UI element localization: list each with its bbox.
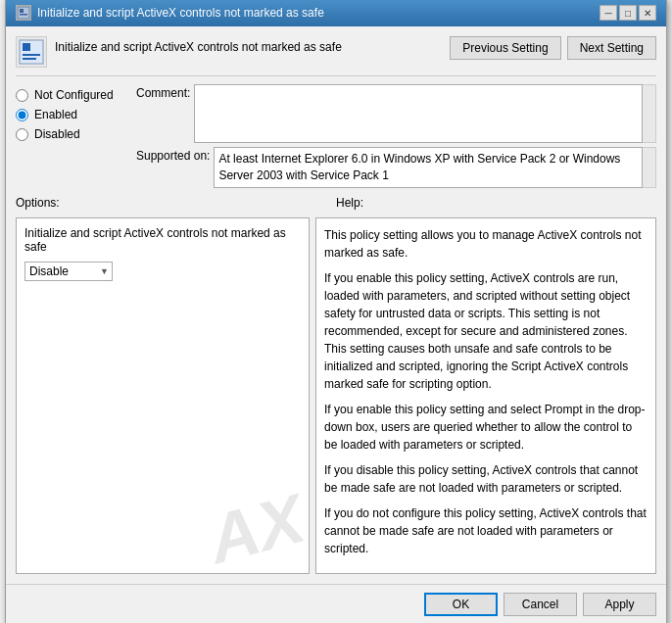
comment-input-container bbox=[194, 84, 656, 143]
radio-enabled[interactable]: Enabled bbox=[16, 108, 128, 121]
dialog-body: Initialize and script ActiveX controls n… bbox=[6, 26, 666, 584]
radio-not-configured-label: Not Configured bbox=[34, 88, 114, 102]
help-para-5: If you do not configure this policy sett… bbox=[324, 504, 648, 557]
config-row: Not Configured Enabled Disabled Comment: bbox=[16, 84, 656, 188]
title-bar-left: Initialize and script ActiveX controls n… bbox=[16, 5, 324, 21]
radio-enabled-label: Enabled bbox=[34, 108, 77, 121]
supported-on-label: Supported on: bbox=[136, 147, 210, 163]
options-label: Options: bbox=[16, 196, 336, 210]
help-para-3: If you enable this policy setting and se… bbox=[324, 401, 648, 454]
title-text: Initialize and script ActiveX controls n… bbox=[37, 6, 324, 20]
comment-label: Comment: bbox=[136, 84, 190, 100]
main-panels: Initialize and script ActiveX controls n… bbox=[16, 217, 656, 574]
minimize-button[interactable]: ─ bbox=[600, 5, 617, 21]
header-title-area: Initialize and script ActiveX controls n… bbox=[16, 36, 450, 68]
svg-rect-5 bbox=[23, 54, 40, 56]
header-buttons: Previous Setting Next Setting bbox=[450, 36, 656, 60]
ok-button[interactable]: OK bbox=[424, 593, 498, 616]
supported-on-value: At least Internet Explorer 6.0 in Window… bbox=[214, 147, 643, 188]
radio-disabled[interactable]: Disabled bbox=[16, 127, 128, 141]
svg-rect-2 bbox=[20, 14, 27, 16]
title-bar: Initialize and script ActiveX controls n… bbox=[6, 0, 666, 26]
cancel-button[interactable]: Cancel bbox=[504, 593, 577, 616]
watermark: AX bbox=[201, 483, 310, 573]
dropdown-container: Disable Enable Prompt ▼ bbox=[24, 262, 113, 281]
radio-not-configured-input[interactable] bbox=[16, 89, 28, 102]
radio-disabled-label: Disabled bbox=[34, 127, 80, 141]
help-para-4: If you disable this policy setting, Acti… bbox=[324, 461, 648, 497]
supported-on-container: At least Internet Explorer 6.0 in Window… bbox=[214, 147, 656, 188]
footer: OK Cancel Apply bbox=[6, 584, 666, 623]
close-button[interactable]: ✕ bbox=[639, 5, 656, 21]
comment-scrollbar bbox=[643, 84, 656, 143]
help-panel: This policy setting allows you to manage… bbox=[315, 217, 656, 574]
supported-on-row: Supported on: At least Internet Explorer… bbox=[136, 147, 656, 188]
options-panel: Initialize and script ActiveX controls n… bbox=[16, 217, 310, 574]
radio-not-configured[interactable]: Not Configured bbox=[16, 88, 128, 102]
previous-setting-button[interactable]: Previous Setting bbox=[450, 36, 560, 60]
header-section: Initialize and script ActiveX controls n… bbox=[16, 36, 656, 76]
main-dialog: Initialize and script ActiveX controls n… bbox=[5, 0, 667, 623]
next-setting-button[interactable]: Next Setting bbox=[567, 36, 656, 60]
policy-icon bbox=[17, 6, 30, 20]
apply-button[interactable]: Apply bbox=[583, 593, 656, 616]
radio-group: Not Configured Enabled Disabled bbox=[16, 84, 128, 145]
options-dropdown[interactable]: Disable Enable Prompt bbox=[24, 262, 113, 281]
supported-scrollbar bbox=[643, 147, 656, 188]
options-text: Initialize and script ActiveX controls n… bbox=[24, 226, 301, 254]
svg-rect-4 bbox=[23, 43, 30, 51]
svg-rect-6 bbox=[23, 58, 36, 60]
maximize-button[interactable]: □ bbox=[619, 5, 637, 21]
section-labels: Options: Help: bbox=[16, 196, 656, 210]
radio-enabled-input[interactable] bbox=[16, 109, 28, 121]
help-label: Help: bbox=[336, 196, 656, 210]
comment-textarea[interactable] bbox=[194, 84, 643, 143]
right-config-area: Comment: Supported on: At least Internet… bbox=[136, 84, 656, 188]
dropdown-wrapper: Disable Enable Prompt ▼ bbox=[24, 262, 301, 281]
help-para-2: If you enable this policy setting, Activ… bbox=[324, 269, 648, 393]
comment-row: Comment: bbox=[136, 84, 656, 143]
help-para-1: This policy setting allows you to manage… bbox=[324, 226, 648, 262]
svg-rect-1 bbox=[20, 9, 24, 13]
header-icon bbox=[16, 36, 47, 68]
radio-disabled-input[interactable] bbox=[16, 128, 28, 141]
dialog-icon bbox=[16, 5, 31, 21]
header-title: Initialize and script ActiveX controls n… bbox=[55, 36, 342, 54]
header-policy-icon bbox=[18, 38, 45, 66]
title-bar-controls: ─ □ ✕ bbox=[600, 5, 656, 21]
